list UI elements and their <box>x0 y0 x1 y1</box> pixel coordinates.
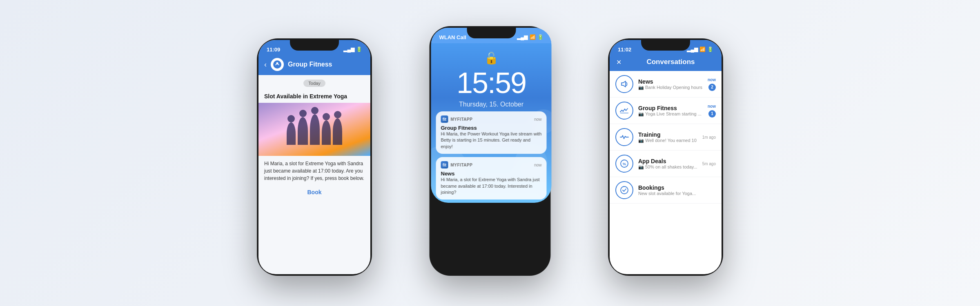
phone-right: 11:02 ▂▄▆ 📶 🔋 ✕ Conversations <box>608 39 723 275</box>
conv-meta-training: 1m ago <box>702 135 716 140</box>
notif-header-1: fit MYFITAPP now <box>441 115 542 123</box>
back-button[interactable]: ‹ <box>264 60 267 69</box>
center-notch <box>467 28 516 38</box>
book-link[interactable]: Book <box>307 189 322 195</box>
notif-app-name-1: MYFITAPP <box>451 117 532 122</box>
svg-point-1 <box>276 62 278 64</box>
fitness-icon <box>619 105 630 116</box>
conv-preview-deals: 📷 50% on all shakes today... <box>638 164 697 170</box>
notif-time-2: now <box>534 163 541 167</box>
left-screen: 11:09 ▂▄▆ 🔋 ‹ Group Fitness <box>258 40 370 274</box>
notif-body-2: Hi Maria, a slot for Extreme Yoga with S… <box>441 177 542 195</box>
phone-left: 11:09 ▂▄▆ 🔋 ‹ Group Fitness <box>257 39 372 275</box>
dancer-4 <box>322 120 331 145</box>
notif-title-2: News <box>441 171 542 177</box>
svg-point-4 <box>621 186 628 194</box>
dancer-1 <box>287 122 296 145</box>
conv-preview-news: 📷 Bank Holiday Opening hours ... <box>638 85 703 90</box>
conv-name-news: News <box>638 78 703 85</box>
svg-point-0 <box>273 60 281 69</box>
lock-date: Thursday, 15. October <box>459 101 523 108</box>
right-status-time: 11:02 <box>618 47 631 53</box>
conv-time-deals: 5m ago <box>702 162 716 166</box>
app-avatar <box>271 58 284 71</box>
conversations-header: ✕ Conversations <box>610 55 722 71</box>
conv-info-training: Training 📷 Well done! You earned 10 poin… <box>638 131 697 143</box>
center-status-icons: ▂▄▆ 📶 🔋 <box>517 34 543 40</box>
battery-icon: 🔋 <box>356 47 362 52</box>
conversations-title: Conversations <box>626 58 715 66</box>
center-signal-icon: ▂▄▆ <box>517 34 528 40</box>
deals-icon: % <box>619 158 630 169</box>
left-status-time: 11:09 <box>267 47 280 53</box>
signal-icon: ▂▄▆ <box>343 47 354 52</box>
dancer-3 <box>310 114 320 145</box>
conv-name-fitness: Group Fitness <box>638 105 703 111</box>
close-button[interactable]: ✕ <box>616 58 621 66</box>
conv-time-news: now <box>708 78 716 82</box>
conv-avatar-fitness <box>615 102 633 120</box>
book-button-area[interactable]: Book <box>258 186 370 200</box>
left-notch <box>290 40 339 51</box>
notif-app-name-2: MYFITAPP <box>451 163 532 167</box>
notif-app-icon-2: fit <box>441 161 448 169</box>
right-screen: 11:02 ▂▄▆ 📶 🔋 ✕ Conversations <box>610 40 722 274</box>
right-battery-icon: 🔋 <box>707 47 713 52</box>
camera-icon-training: 📷 <box>638 138 644 143</box>
phones-container: 11:09 ▂▄▆ 🔋 ‹ Group Fitness <box>225 14 755 292</box>
notif-time-1: now <box>534 117 541 122</box>
center-screen: WLAN Call ▂▄▆ 📶 🔋 🔓 15:59 Thursday, 15. … <box>431 28 552 203</box>
conv-item-training[interactable]: Training 📷 Well done! You earned 10 poin… <box>610 124 722 151</box>
conv-item-fitness[interactable]: Group Fitness 📷 Yoga Live Stream startin… <box>610 98 722 124</box>
lock-time: 15:59 <box>457 68 526 98</box>
conv-info-bookings: Bookings New slot available for Yoga... <box>638 184 711 196</box>
conv-preview-fitness: 📷 Yoga Live Stream starting ... <box>638 111 703 117</box>
conv-item-news[interactable]: News 📷 Bank Holiday Opening hours ... no… <box>610 71 722 98</box>
conv-item-deals[interactable]: % App Deals 📷 50% on all shakes today...… <box>610 151 722 177</box>
lock-icon: 🔓 <box>484 51 499 65</box>
camera-icon-deals: 📷 <box>638 164 644 170</box>
center-wlan-call: WLAN Call <box>439 34 466 40</box>
app-logo-icon <box>272 60 282 69</box>
notification-card-1[interactable]: fit MYFITAPP now Group Fitness Hi Maria,… <box>436 111 547 154</box>
megaphone-icon <box>619 79 630 89</box>
conv-info-fitness: Group Fitness 📷 Yoga Live Stream startin… <box>638 105 703 117</box>
conv-meta-fitness: now 1 <box>708 104 716 118</box>
message-body: Hi Maria, a slot for Extreme Yoga with S… <box>258 156 370 186</box>
chat-date-pill: Today <box>258 79 370 86</box>
app-header: ‹ Group Fitness <box>258 55 370 75</box>
conv-info-news: News 📷 Bank Holiday Opening hours ... <box>638 78 703 90</box>
notif-title-1: Group Fitness <box>441 125 542 131</box>
date-label: Today <box>303 80 325 87</box>
conv-info-deals: App Deals 📷 50% on all shakes today... <box>638 158 697 170</box>
dancer-2 <box>298 117 308 145</box>
bookings-icon <box>619 185 630 195</box>
dancer-5 <box>333 118 342 145</box>
notif-header-2: fit MYFITAPP now <box>441 161 542 169</box>
right-notch <box>641 40 690 51</box>
conv-preview-bookings: New slot available for Yoga... <box>638 191 711 196</box>
conv-meta-news: now 2 <box>708 78 716 91</box>
heartbeat-icon <box>619 132 630 142</box>
conv-name-bookings: Bookings <box>638 184 711 191</box>
notification-card-2[interactable]: fit MYFITAPP now News Hi Maria, a slot f… <box>436 157 547 200</box>
right-signal-icon: ▂▄▆ <box>687 47 698 52</box>
conv-preview-training: 📷 Well done! You earned 10 points ... <box>638 138 697 143</box>
conv-meta-deals: 5m ago <box>702 162 716 166</box>
center-battery-icon: 🔋 <box>537 34 543 40</box>
conv-badge-fitness: 1 <box>708 110 716 118</box>
phone-center: WLAN Call ▂▄▆ 📶 🔋 🔓 15:59 Thursday, 15. … <box>430 27 550 275</box>
conv-avatar-bookings <box>615 181 633 199</box>
lock-center: 🔓 15:59 Thursday, 15. October <box>431 43 552 108</box>
camera-icon-news: 📷 <box>638 85 644 90</box>
center-wifi-icon: 📶 <box>530 34 536 40</box>
message-title: Slot Available in Extreme Yoga <box>258 91 370 103</box>
conv-avatar-deals: % <box>615 155 633 173</box>
right-wifi-icon: 📶 <box>699 47 706 52</box>
svg-text:%: % <box>623 162 626 166</box>
conv-time-training: 1m ago <box>702 135 716 140</box>
notif-body-1: Hi Maria, the Power Workout Yoga live st… <box>441 131 542 150</box>
conv-item-bookings[interactable]: Bookings New slot available for Yoga... <box>610 177 722 204</box>
conv-name-training: Training <box>638 131 697 138</box>
conv-avatar-news <box>615 75 633 93</box>
